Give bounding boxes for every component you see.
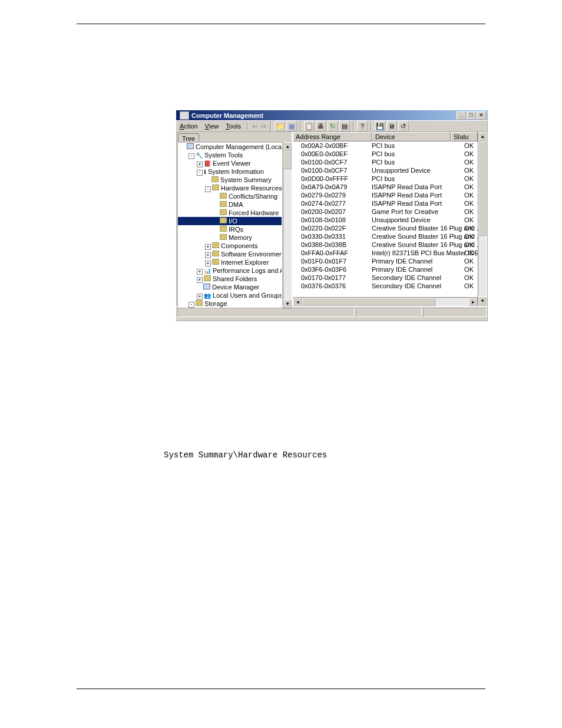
tree-item[interactable]: System Summary	[178, 176, 282, 184]
back-icon[interactable]: ⇦	[252, 123, 257, 130]
menu-view[interactable]: View	[201, 123, 223, 130]
scroll-thumb[interactable]	[302, 298, 435, 306]
list-row[interactable]: 0x0274-0x0277ISAPNP Read Data PortOK	[293, 199, 478, 207]
scroll-track[interactable]	[302, 298, 468, 306]
up-folder-icon[interactable]: 📁	[275, 121, 285, 131]
tree-item[interactable]: +📊 Performance Logs and Alerts	[178, 266, 282, 275]
connect-icon[interactable]: 🖥	[386, 121, 397, 131]
maximize-button[interactable]: □	[467, 111, 476, 120]
menu-tools[interactable]: Tools	[222, 123, 244, 130]
column-headers[interactable]: Address Range Device Statu	[293, 132, 478, 141]
collapse-icon[interactable]: -	[205, 186, 211, 192]
expand-icon[interactable]: +	[197, 162, 203, 167]
collapse-icon[interactable]: -	[197, 170, 203, 176]
tree-item[interactable]: Device Manager	[178, 283, 282, 291]
horizontal-scrollbar[interactable]: ◂ ▸	[293, 297, 478, 306]
list-row[interactable]: 0x0330-0x0331Creative Sound Blaster 16 P…	[293, 232, 478, 241]
window-titlebar[interactable]: Computer Management _ □ ×	[176, 110, 487, 120]
tree-item[interactable]: -🔧 System Tools	[178, 151, 282, 159]
list-row[interactable]: 0x0170-0x0177Secondary IDE ChannelOK	[293, 274, 478, 282]
minimize-button[interactable]: _	[457, 111, 466, 120]
export-icon[interactable]: ▤	[339, 121, 350, 131]
cell-address: 0x0108-0x0108	[293, 216, 372, 224]
cell-address: 0xFFA0-0xFFAF	[293, 249, 372, 257]
scroll-track[interactable]	[283, 151, 292, 299]
scroll-thumb[interactable]	[478, 141, 487, 236]
expand-icon[interactable]: +	[205, 252, 211, 258]
menu-action[interactable]: Action	[176, 123, 201, 130]
list-row[interactable]: 0x0376-0x0376Secondary IDE ChannelOK	[293, 282, 478, 290]
list-row[interactable]: 0x0100-0x0CF7Unsupported DeviceOK	[293, 166, 478, 174]
tree-item[interactable]: +📕 Event Viewer	[178, 159, 282, 167]
list-row[interactable]: 0x0100-0x0CF7PCI busOK	[293, 158, 478, 166]
list-scrollbar[interactable]: ▴ ▾	[478, 132, 487, 306]
cell-address: 0x03F6-0x03F6	[293, 265, 372, 274]
tree-item[interactable]: Forced Hardware	[178, 209, 282, 217]
forward-icon[interactable]: ⇨	[261, 123, 266, 130]
close-button[interactable]: ×	[477, 111, 486, 120]
tree-item[interactable]: + Components	[178, 242, 282, 250]
tree-item[interactable]: +👥 Local Users and Groups	[178, 291, 282, 299]
scroll-left-icon[interactable]: ◂	[293, 298, 302, 306]
tree-item[interactable]: Memory	[178, 233, 282, 242]
collapse-icon[interactable]: -	[189, 302, 194, 308]
collapse-icon[interactable]: -	[189, 153, 194, 159]
scroll-down-icon[interactable]: ▾	[478, 297, 487, 306]
list-row[interactable]: 0x00A2-0x00BFPCI busOK	[293, 141, 478, 150]
column-address-range[interactable]: Address Range	[293, 132, 372, 141]
list-row[interactable]: 0x0D00-0xFFFFPCI busOK	[293, 174, 478, 183]
tree-item[interactable]: -ℹ System Information	[178, 167, 282, 176]
list-row[interactable]: 0x0108-0x0108Unsupported DeviceOK	[293, 216, 478, 224]
cell-status: OK	[456, 232, 477, 241]
scroll-right-icon[interactable]: ▸	[468, 298, 478, 306]
cell-status: OK	[456, 150, 477, 158]
column-status[interactable]: Statu	[451, 132, 478, 141]
scroll-thumb[interactable]	[283, 151, 292, 169]
column-device[interactable]: Device	[372, 132, 451, 141]
list-row[interactable]: 0xFFA0-0xFFAFIntel(r) 82371SB PCI Bus Ma…	[293, 249, 478, 257]
list-row[interactable]: 0x0A79-0x0A79ISAPNP Read Data PortOK	[293, 183, 478, 191]
cell-status: OK	[456, 216, 477, 224]
cell-device: Creative Sound Blaster 16 Plug and ...	[372, 224, 456, 232]
expand-icon[interactable]: +	[197, 269, 203, 275]
tree-item-label: Software Environment	[221, 251, 282, 258]
list-row[interactable]: 0x0279-0x0279ISAPNP Read Data PortOK	[293, 191, 478, 199]
list-row[interactable]: 0x0200-0x0207Game Port for CreativeOK	[293, 207, 478, 216]
expand-icon[interactable]: +	[197, 294, 203, 299]
save-icon[interactable]: 💾	[375, 121, 385, 131]
tree-item[interactable]: Conflicts/Sharing	[178, 192, 282, 200]
tree-item[interactable]: + Software Environment	[178, 250, 282, 258]
scroll-track[interactable]	[478, 141, 487, 297]
tree-item[interactable]: + Shared Folders	[178, 275, 282, 283]
list-row[interactable]: 0x01F0-0x01F7Primary IDE ChannelOK	[293, 257, 478, 265]
list-view[interactable]: 0x00A2-0x00BFPCI busOK0x00E0-0x00EFPCI b…	[293, 141, 478, 297]
list-row[interactable]: 0x03F6-0x03F6Primary IDE ChannelOK	[293, 265, 478, 274]
list-row[interactable]: 0x00E0-0x00EFPCI busOK	[293, 150, 478, 158]
cell-device: Game Port for Creative	[372, 207, 456, 216]
tree-tab[interactable]: Tree	[178, 133, 199, 142]
tree-item[interactable]: IRQs	[178, 225, 282, 233]
list-row[interactable]: 0x0388-0x038BCreative Sound Blaster 16 P…	[293, 241, 478, 249]
expand-icon[interactable]: +	[205, 261, 211, 266]
scroll-up-icon[interactable]: ▴	[478, 132, 487, 141]
expand-icon[interactable]: +	[197, 277, 203, 283]
refresh-icon[interactable]: ↻	[328, 121, 338, 131]
sync-icon[interactable]: ↺	[398, 121, 409, 131]
help-icon[interactable]: ?	[357, 121, 368, 131]
tree-item[interactable]: Computer Management (Local)	[178, 143, 282, 151]
tree-item[interactable]: DMA	[178, 200, 282, 209]
expand-icon[interactable]: +	[205, 244, 211, 250]
cell-address: 0x01F0-0x01F7	[293, 257, 372, 265]
tree-item[interactable]: I/O	[178, 217, 282, 225]
tree-item[interactable]: - Storage	[178, 299, 282, 308]
copy-icon[interactable]: 📋	[304, 121, 315, 131]
tree-view[interactable]: Computer Management (Local)-🔧 System Too…	[177, 142, 282, 308]
tree-item[interactable]: - Hardware Resources	[178, 184, 282, 192]
tree-item-label: Computer Management (Local)	[196, 143, 282, 150]
scroll-up-icon[interactable]: ▴	[283, 142, 292, 151]
tree-scrollbar[interactable]: ▴ ▾	[283, 142, 292, 309]
tree-item[interactable]: + Internet Explorer	[178, 258, 282, 266]
properties-icon[interactable]: ▦	[286, 121, 297, 131]
print-icon[interactable]: 🖶	[316, 121, 326, 131]
list-row[interactable]: 0x0220-0x022FCreative Sound Blaster 16 P…	[293, 224, 478, 232]
